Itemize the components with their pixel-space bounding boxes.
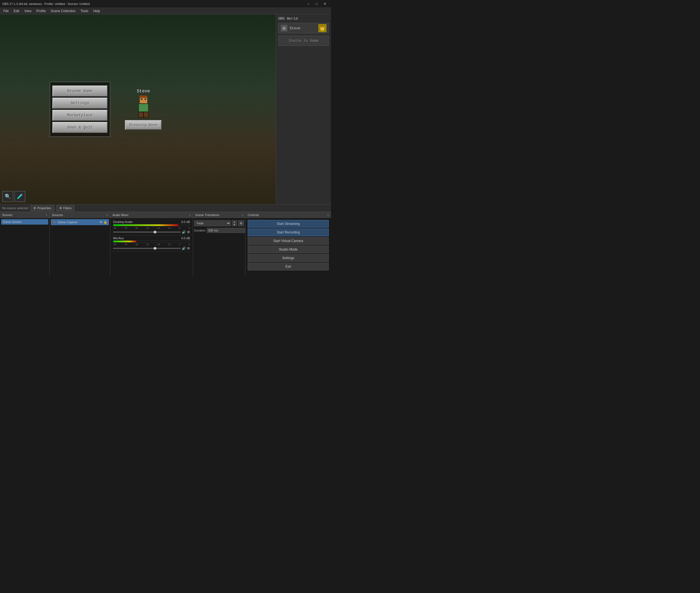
properties-label: Properties xyxy=(37,206,51,210)
scene-item-game-screen[interactable]: Game Screen xyxy=(1,219,48,225)
menu-tools[interactable]: Tools xyxy=(78,8,90,13)
player-network-icon: ⊞ xyxy=(281,25,287,32)
mic-aux-header: Mic/Aux 0.0 dB xyxy=(113,236,190,240)
scene-thumbnails: 🔍 🧪 xyxy=(2,191,26,202)
menu-help[interactable]: Help xyxy=(91,8,102,13)
transition-type-spinner: ▲ ▼ xyxy=(232,220,237,226)
desktop-audio-label: Desktop Audio xyxy=(113,220,133,224)
scene-transitions-panel: Scene Transitions ↕ Fade Cut Swipe Slide… xyxy=(193,212,245,276)
mic-aux-meter-fill xyxy=(113,241,136,242)
source-visibility-button[interactable]: 👁 xyxy=(99,221,102,224)
menu-bar: File Edit View Profile Scene Collection … xyxy=(0,8,331,14)
filters-label: Filters xyxy=(63,206,72,210)
sources-panel-header: Sources ↕ xyxy=(50,212,110,218)
duration-input[interactable] xyxy=(207,228,245,233)
properties-tab[interactable]: ⚙ Properties xyxy=(30,205,54,211)
desktop-audio-mute-button[interactable]: 🔊 xyxy=(182,230,186,234)
steve-legs xyxy=(138,112,149,118)
obs-world-player-info: ⊞ Steve xyxy=(281,25,300,32)
invite-to-game-button[interactable]: Invite to Game xyxy=(278,36,329,46)
mic-aux-controls: 🔊 ⚙ xyxy=(113,246,190,250)
mic-aux-settings-button[interactable]: ⚙ xyxy=(187,246,190,250)
properties-gear-icon: ⚙ xyxy=(33,206,36,210)
scenes-panel-title: Scenes xyxy=(2,213,12,216)
obs-world-crown-icon: 👑 xyxy=(319,24,326,32)
menu-file[interactable]: File xyxy=(1,8,11,13)
desktop-audio-settings-button[interactable]: ⚙ xyxy=(187,230,190,234)
pause-menu: Resume Game Settings Marketplace Save & … xyxy=(50,82,110,137)
mic-aux-scale: -60-48-36-24-18-12-6-3 xyxy=(113,243,190,246)
start-virtual-camera-button[interactable]: Start Virtual Camera xyxy=(248,237,329,245)
scene-thumb-2[interactable]: 🧪 xyxy=(14,191,26,202)
menu-view[interactable]: View xyxy=(22,8,34,13)
settings-ctrl-button[interactable]: Settings xyxy=(248,254,329,262)
steve-eye-right xyxy=(145,98,146,100)
controls-buttons: Start Streaming Start Recording Start Vi… xyxy=(245,218,331,276)
close-button[interactable]: ✕ xyxy=(321,1,329,7)
game-preview: Resume Game Settings Marketplace Save & … xyxy=(0,14,276,204)
minimize-button[interactable]: ─ xyxy=(304,1,312,7)
no-source-bar: No source selected ⚙ Properties ⚙ Filter… xyxy=(0,204,331,212)
steve-leg-right xyxy=(143,112,149,118)
audio-mixer-icon: ↕ xyxy=(189,213,191,216)
audio-mixer-title: Audio Mixer xyxy=(113,213,128,216)
steve-character-area: Steve Dressing Room xyxy=(125,89,162,130)
source-label: Game Capture xyxy=(58,221,78,224)
mic-aux-label: Mic/Aux xyxy=(113,236,124,240)
scenes-panel-header: Scenes ↕ xyxy=(0,212,49,218)
audio-mixer-panel: Audio Mixer ↕ Desktop Audio 0.0 dB -60-4… xyxy=(110,212,193,276)
desktop-audio-db: 0.0 dB xyxy=(181,220,190,224)
obs-world-title: OBS World xyxy=(278,16,329,21)
mic-aux-mute-button[interactable]: 🔊 xyxy=(182,246,186,250)
steve-eyes xyxy=(141,98,146,100)
desktop-audio-volume-slider[interactable] xyxy=(113,232,181,233)
source-lock-button[interactable]: 🔒 xyxy=(104,221,107,224)
filters-gear-icon: ⚙ xyxy=(59,206,62,210)
dressing-room-button[interactable]: Dressing Room xyxy=(125,120,162,130)
source-controls: 👁 🔒 xyxy=(99,221,107,224)
start-streaming-button[interactable]: Start Streaming xyxy=(248,220,329,228)
marketplace-button[interactable]: Marketplace xyxy=(52,110,108,121)
obs-world-panel: OBS World ⊞ Steve 👑 Invite to Game xyxy=(276,14,331,204)
controls-panel: Controls ↕ Start Streaming Start Recordi… xyxy=(245,212,331,276)
game-background: Resume Game Settings Marketplace Save & … xyxy=(0,14,276,204)
menu-edit[interactable]: Edit xyxy=(11,8,22,13)
desktop-audio-scale: -60-48-36-24-18-12-6-3 xyxy=(113,227,190,229)
transition-type-select[interactable]: Fade Cut Swipe Slide Stinger Fade to Col… xyxy=(194,220,231,226)
filters-tab[interactable]: ⚙ Filters xyxy=(56,205,75,211)
title-text: OBS 27.1.3 (64-bit, windows) - Profile: … xyxy=(2,2,90,5)
desktop-audio-row: Desktop Audio 0.0 dB -60-48-36-24-18-12-… xyxy=(112,219,192,235)
controls-icon: ↕ xyxy=(327,213,329,216)
menu-scene-collection[interactable]: Scene Collection xyxy=(48,8,78,13)
steve-leg-left xyxy=(138,112,143,118)
resume-game-button[interactable]: Resume Game xyxy=(52,85,108,96)
menu-profile[interactable]: Profile xyxy=(34,8,48,13)
exit-button[interactable]: Exit xyxy=(248,263,329,270)
source-item-game-capture[interactable]: 🎮 Game Capture 👁 🔒 xyxy=(51,219,109,225)
obs-world-player-row: ⊞ Steve 👑 xyxy=(278,23,329,33)
sources-panel-title: Sources xyxy=(52,213,63,216)
mic-aux-slider-handle[interactable] xyxy=(154,247,156,250)
transition-settings-button[interactable]: ⚙ xyxy=(238,220,244,226)
main-area: Resume Game Settings Marketplace Save & … xyxy=(0,14,331,204)
steve-body xyxy=(138,104,149,112)
scenes-sort-icon: ↕ xyxy=(46,213,47,216)
desktop-audio-meter-fill xyxy=(113,224,178,226)
no-source-label: No source selected xyxy=(2,206,28,210)
transition-type-down-button[interactable]: ▼ xyxy=(232,223,237,226)
desktop-audio-meter xyxy=(113,224,190,226)
settings-button[interactable]: Settings xyxy=(52,98,108,109)
bottom-panels: Scenes ↕ Game Screen + − ↑ ↓ Sources ↕ 🎮… xyxy=(0,212,331,276)
desktop-audio-slider-handle[interactable] xyxy=(154,231,156,233)
steve-name-label: Steve xyxy=(125,89,162,94)
maximize-button[interactable]: □ xyxy=(313,1,321,7)
save-quit-button[interactable]: Save & Quit xyxy=(52,122,108,133)
mic-aux-volume-slider[interactable] xyxy=(113,248,181,249)
title-controls: ─ □ ✕ xyxy=(304,1,329,7)
scene-thumb-1[interactable]: 🔍 xyxy=(2,191,13,202)
transition-type-row: Fade Cut Swipe Slide Stinger Fade to Col… xyxy=(194,220,244,226)
start-recording-button[interactable]: Start Recording xyxy=(248,229,329,236)
transition-type-up-button[interactable]: ▲ xyxy=(232,221,237,223)
studio-mode-button[interactable]: Studio Mode xyxy=(248,246,329,253)
controls-header: Controls ↕ xyxy=(245,212,331,218)
